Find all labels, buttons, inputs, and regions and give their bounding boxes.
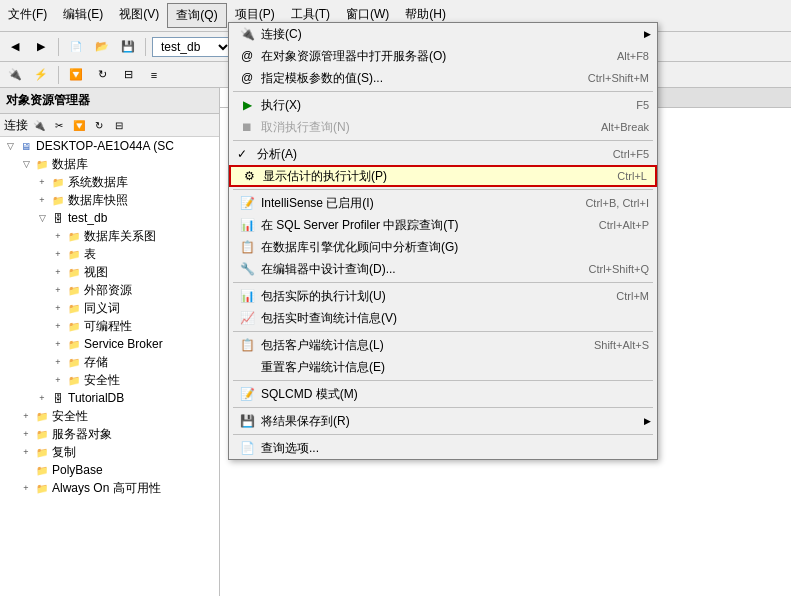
save-results-label: 将结果保存到(R)	[261, 413, 649, 430]
dta-icon: 📋	[237, 239, 257, 255]
menu-save-results[interactable]: 💾 将结果保存到(R)	[229, 410, 657, 432]
actual-plan-icon: 📊	[237, 288, 257, 304]
open-explorer-label: 在对象资源管理器中打开服务器(O)	[261, 48, 601, 65]
cancel-icon: ⏹	[237, 119, 257, 135]
save-results-icon: 💾	[237, 413, 257, 429]
analyze-check: ✓	[237, 147, 253, 161]
set-params-icon: @	[237, 70, 257, 86]
design-icon: 🔧	[237, 261, 257, 277]
intellisense-icon: 📝	[237, 195, 257, 211]
trace-shortcut: Ctrl+Alt+P	[599, 219, 649, 231]
execute-icon: ▶	[237, 97, 257, 113]
connect-label: 连接(C)	[261, 26, 649, 43]
menu-query-options[interactable]: 📄 查询选项...	[229, 437, 657, 459]
menu-intellisense[interactable]: 📝 IntelliSense 已启用(I) Ctrl+B, Ctrl+I	[229, 192, 657, 214]
menu-overlay[interactable]: 🔌 连接(C) @ 在对象资源管理器中打开服务器(O) Alt+F8 @ 指定模…	[0, 0, 791, 596]
actual-plan-label: 包括实际的执行计划(U)	[261, 288, 600, 305]
client-stats-label: 包括客户端统计信息(L)	[261, 337, 578, 354]
actual-plan-shortcut: Ctrl+M	[616, 290, 649, 302]
menu-cancel[interactable]: ⏹ 取消执行查询(N) Alt+Break	[229, 116, 657, 138]
open-explorer-shortcut: Alt+F8	[617, 50, 649, 62]
query-dropdown-menu: 🔌 连接(C) @ 在对象资源管理器中打开服务器(O) Alt+F8 @ 指定模…	[228, 22, 658, 460]
dta-label: 在数据库引擎优化顾问中分析查询(G)	[261, 239, 649, 256]
menu-set-params[interactable]: @ 指定模板参数的值(S)... Ctrl+Shift+M	[229, 67, 657, 89]
show-plan-label: 显示估计的执行计划(P)	[263, 168, 601, 185]
execute-label: 执行(X)	[261, 97, 620, 114]
live-stats-icon: 📈	[237, 310, 257, 326]
design-label: 在编辑器中设计查询(D)...	[261, 261, 572, 278]
set-params-shortcut: Ctrl+Shift+M	[588, 72, 649, 84]
sep-a	[233, 91, 653, 92]
open-explorer-icon: @	[237, 48, 257, 64]
menu-client-stats[interactable]: 📋 包括客户端统计信息(L) Shift+Alt+S	[229, 334, 657, 356]
menu-analyze[interactable]: ✓ 分析(A) Ctrl+F5	[229, 143, 657, 165]
client-stats-icon: 📋	[237, 337, 257, 353]
sqlcmd-icon: 📝	[237, 386, 257, 402]
intellisense-label: IntelliSense 已启用(I)	[261, 195, 569, 212]
query-options-label: 查询选项...	[261, 440, 649, 457]
menu-actual-plan[interactable]: 📊 包括实际的执行计划(U) Ctrl+M	[229, 285, 657, 307]
design-shortcut: Ctrl+Shift+Q	[588, 263, 649, 275]
analyze-shortcut: Ctrl+F5	[613, 148, 649, 160]
connect-icon: 🔌	[237, 26, 257, 42]
menu-trace[interactable]: 📊 在 SQL Server Profiler 中跟踪查询(T) Ctrl+Al…	[229, 214, 657, 236]
menu-live-stats[interactable]: 📈 包括实时查询统计信息(V)	[229, 307, 657, 329]
sep-d	[233, 282, 653, 283]
menu-sqlcmd[interactable]: 📝 SQLCMD 模式(M)	[229, 383, 657, 405]
sep-h	[233, 434, 653, 435]
menu-open-explorer[interactable]: @ 在对象资源管理器中打开服务器(O) Alt+F8	[229, 45, 657, 67]
intellisense-shortcut: Ctrl+B, Ctrl+I	[585, 197, 649, 209]
show-plan-icon: ⚙	[239, 168, 259, 184]
execute-shortcut: F5	[636, 99, 649, 111]
sep-b	[233, 140, 653, 141]
trace-icon: 📊	[237, 217, 257, 233]
sep-g	[233, 407, 653, 408]
sqlcmd-label: SQLCMD 模式(M)	[261, 386, 649, 403]
sep-f	[233, 380, 653, 381]
query-options-icon: 📄	[237, 440, 257, 456]
set-params-label: 指定模板参数的值(S)...	[261, 70, 572, 87]
menu-design[interactable]: 🔧 在编辑器中设计查询(D)... Ctrl+Shift+Q	[229, 258, 657, 280]
client-stats-shortcut: Shift+Alt+S	[594, 339, 649, 351]
sep-e	[233, 331, 653, 332]
show-plan-shortcut: Ctrl+L	[617, 170, 647, 182]
menu-reset-client-stats[interactable]: 重置客户端统计信息(E)	[229, 356, 657, 378]
cancel-shortcut: Alt+Break	[601, 121, 649, 133]
menu-dta[interactable]: 📋 在数据库引擎优化顾问中分析查询(G)	[229, 236, 657, 258]
menu-connect[interactable]: 🔌 连接(C)	[229, 23, 657, 45]
live-stats-label: 包括实时查询统计信息(V)	[261, 310, 649, 327]
trace-label: 在 SQL Server Profiler 中跟踪查询(T)	[261, 217, 583, 234]
reset-client-icon	[237, 359, 257, 375]
menu-execute[interactable]: ▶ 执行(X) F5	[229, 94, 657, 116]
sep-c	[233, 189, 653, 190]
app-window: 文件(F) 编辑(E) 视图(V) 查询(Q) 项目(P) 工具(T) 窗口(W…	[0, 0, 791, 596]
analyze-label: 分析(A)	[257, 146, 597, 163]
menu-show-plan[interactable]: ⚙ 显示估计的执行计划(P) Ctrl+L	[229, 165, 657, 187]
reset-client-label: 重置客户端统计信息(E)	[261, 359, 649, 376]
cancel-label: 取消执行查询(N)	[261, 119, 585, 136]
